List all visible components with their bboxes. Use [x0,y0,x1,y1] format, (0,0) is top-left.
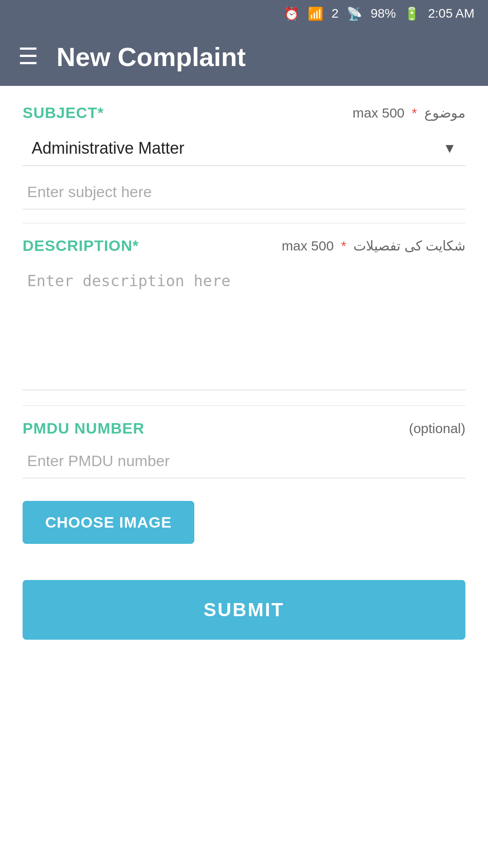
pmdu-input[interactable] [23,444,465,478]
subject-input[interactable] [23,175,465,209]
description-required: * [132,237,139,254]
image-area: CHOOSE IMAGE [23,487,465,544]
signal-icon: 📡 [347,6,362,21]
choose-image-button[interactable]: CHOOSE IMAGE [23,501,194,544]
subject-meta: max 500 * موضوع [352,105,465,121]
subject-section: SUBJECT* max 500 * موضوع Administrative … [23,104,465,209]
subject-arabic-label: موضوع [424,105,465,121]
pmdu-label: PMDU NUMBER [23,420,145,437]
subject-label: SUBJECT [23,104,98,121]
pmdu-optional-text: (optional) [409,421,465,436]
wifi-icon: 📶 [308,6,324,21]
subject-required: * [98,104,104,121]
battery-icon: 🔋 [404,6,420,21]
status-bar: ⏰ 📶 2 📡 98% 🔋 2:05 AM [0,0,488,27]
subject-max-label: max 500 [352,105,404,121]
subject-divider [23,223,465,223]
page-title: New Complaint [56,42,246,72]
battery-level: 98% [371,6,396,21]
main-content: SUBJECT* max 500 * موضوع Administrative … [0,86,488,868]
description-divider [23,406,465,406]
description-arabic-required: * [341,238,347,254]
description-max-label: max 500 [282,238,334,254]
pmdu-section: PMDU NUMBER (optional) [23,420,465,478]
pmdu-header: PMDU NUMBER (optional) [23,420,465,437]
subject-arabic-required: * [412,105,417,121]
subject-dropdown-wrapper[interactable]: Administrative Matter Financial Matter T… [23,131,465,166]
subject-header: SUBJECT* max 500 * موضوع [23,104,465,122]
description-section: DESCRIPTION* max 500 * شکایت کی تفصیلات [23,237,465,392]
alarm-icon: ⏰ [284,6,300,21]
description-arabic-label: شکایت کی تفصیلات [353,238,465,254]
submit-button[interactable]: SUBMIT [23,580,465,640]
notification-badge: 2 [332,6,339,21]
description-label-wrapper: DESCRIPTION* [23,237,139,255]
description-label: DESCRIPTION [23,237,132,254]
hamburger-menu-icon[interactable]: ☰ [18,45,38,68]
subject-dropdown[interactable]: Administrative Matter Financial Matter T… [23,131,465,166]
description-input[interactable] [23,264,465,390]
app-header: ☰ New Complaint [0,27,488,86]
description-meta: max 500 * شکایت کی تفصیلات [282,238,465,254]
clock: 2:05 AM [428,6,474,21]
subject-label-wrapper: SUBJECT* [23,104,104,122]
description-header: DESCRIPTION* max 500 * شکایت کی تفصیلات [23,237,465,255]
